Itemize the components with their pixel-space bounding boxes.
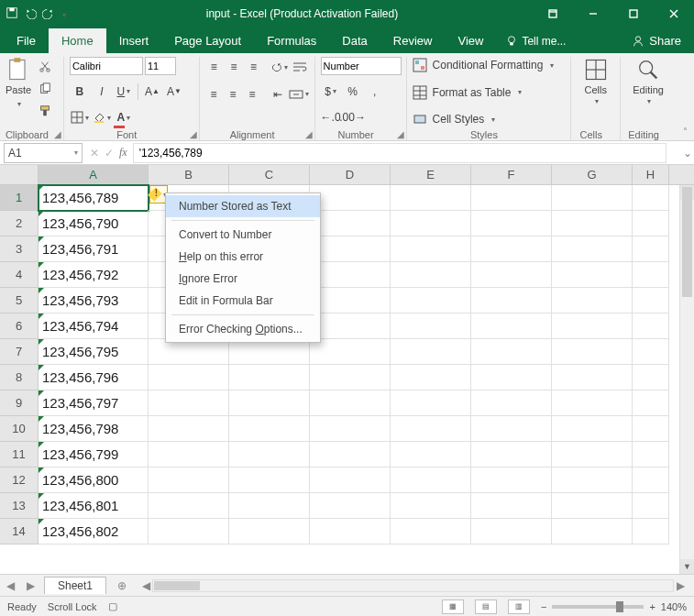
menu-number-stored-as-text[interactable]: Number Stored as Text <box>166 195 320 217</box>
sheet-nav-next[interactable]: ▶ <box>20 579 40 592</box>
cell[interactable] <box>552 236 633 262</box>
vertical-scrollbar[interactable]: ▲ ▼ <box>679 185 694 574</box>
align-top-button[interactable]: ≡ <box>205 57 224 77</box>
enter-formula-icon[interactable]: ✓ <box>105 147 114 160</box>
cell[interactable] <box>229 416 310 442</box>
zoom-in-button[interactable]: + <box>649 601 655 612</box>
cell[interactable] <box>633 519 669 544</box>
cell[interactable]: 123,456,801 <box>39 493 149 519</box>
clipboard-launcher[interactable]: ◢ <box>54 129 61 139</box>
wrap-text-button[interactable] <box>291 57 309 77</box>
cell[interactable] <box>633 185 669 211</box>
cell[interactable] <box>471 339 552 365</box>
maximize-button[interactable] <box>613 0 654 28</box>
cell-styles-button[interactable]: Cell Styles <box>413 111 566 127</box>
cell[interactable] <box>149 468 229 493</box>
cell[interactable] <box>149 442 229 468</box>
cell[interactable] <box>149 365 229 390</box>
page-break-view-button[interactable]: ▥ <box>508 600 530 614</box>
cell[interactable]: 123,456,793 <box>39 288 149 314</box>
scroll-thumb[interactable] <box>682 187 692 297</box>
percent-button[interactable]: % <box>343 82 363 102</box>
cell[interactable] <box>391 314 471 339</box>
column-header[interactable]: C <box>229 165 310 184</box>
cell[interactable] <box>149 519 229 544</box>
cell[interactable] <box>391 288 471 314</box>
cell[interactable]: 123,456,789 <box>39 185 149 211</box>
cell[interactable] <box>633 314 669 339</box>
tab-page-layout[interactable]: Page Layout <box>161 28 254 53</box>
zoom-slider[interactable] <box>552 605 644 609</box>
column-header[interactable]: B <box>149 165 229 184</box>
number-format-select[interactable] <box>321 57 402 75</box>
undo-icon[interactable] <box>24 6 37 22</box>
column-header[interactable]: D <box>310 165 391 184</box>
font-size-input[interactable] <box>145 57 176 75</box>
cell[interactable]: 123,456,800 <box>39 468 149 493</box>
format-painter-button[interactable] <box>35 101 55 121</box>
row-header[interactable]: 8 <box>0 365 39 390</box>
paste-button[interactable]: Paste <box>6 57 31 121</box>
column-header[interactable]: A <box>39 165 149 184</box>
cell[interactable] <box>149 390 229 416</box>
cell[interactable] <box>391 211 471 236</box>
cell[interactable] <box>310 365 391 390</box>
tab-review[interactable]: Review <box>380 28 446 53</box>
cell[interactable] <box>391 365 471 390</box>
column-header[interactable]: G <box>552 165 633 184</box>
format-as-table-button[interactable]: Format as Table <box>413 84 566 101</box>
cell[interactable]: 123,456,799 <box>39 442 149 468</box>
cell[interactable] <box>229 519 310 544</box>
tab-insert[interactable]: Insert <box>106 28 162 53</box>
row-header[interactable]: 5 <box>0 288 39 314</box>
cell[interactable] <box>391 468 471 493</box>
cell[interactable]: 123,456,794 <box>39 314 149 339</box>
cell[interactable] <box>471 365 552 390</box>
cell[interactable] <box>552 339 633 365</box>
redo-icon[interactable] <box>42 6 55 22</box>
cell[interactable] <box>391 390 471 416</box>
cell[interactable]: 123,456,792 <box>39 262 149 288</box>
row-header[interactable]: 12 <box>0 468 39 493</box>
conditional-formatting-button[interactable]: Conditional Formatting <box>413 57 566 73</box>
cell[interactable] <box>552 211 633 236</box>
menu-convert-to-number[interactable]: Convert to Number <box>166 224 320 246</box>
new-sheet-button[interactable]: ⊕ <box>112 579 132 592</box>
cell[interactable] <box>633 288 669 314</box>
cell[interactable] <box>310 493 391 519</box>
macro-record-icon[interactable]: ▢ <box>108 600 117 612</box>
cell[interactable] <box>310 314 391 339</box>
tab-view[interactable]: View <box>445 28 496 53</box>
cell[interactable] <box>552 416 633 442</box>
cell[interactable] <box>229 365 310 390</box>
formula-input[interactable] <box>133 143 666 163</box>
cell[interactable]: 123,456,791 <box>39 236 149 262</box>
cell[interactable] <box>471 390 552 416</box>
cell[interactable] <box>310 519 391 544</box>
cell[interactable] <box>633 468 669 493</box>
menu-ignore-error[interactable]: Ignore Error <box>166 268 320 290</box>
qat-customize-icon[interactable] <box>61 7 66 20</box>
cell[interactable] <box>552 519 633 544</box>
cell[interactable] <box>471 314 552 339</box>
cell[interactable] <box>471 442 552 468</box>
cut-button[interactable] <box>35 57 55 77</box>
cell[interactable] <box>229 493 310 519</box>
cell[interactable] <box>471 288 552 314</box>
save-icon[interactable] <box>6 6 18 22</box>
name-box[interactable]: A1 ▾ <box>4 143 83 163</box>
cell[interactable] <box>391 442 471 468</box>
insert-function-button[interactable]: fx <box>119 146 127 160</box>
orientation-button[interactable]: ⭯ <box>271 57 290 77</box>
grow-font-button[interactable]: A▲ <box>142 82 162 102</box>
row-header[interactable]: 13 <box>0 493 39 519</box>
cell[interactable] <box>552 442 633 468</box>
sheet-nav-prev[interactable]: ◀ <box>0 579 20 592</box>
cell[interactable] <box>552 262 633 288</box>
row-header[interactable]: 6 <box>0 314 39 339</box>
cell[interactable] <box>229 468 310 493</box>
cell[interactable] <box>310 288 391 314</box>
cell[interactable] <box>633 390 669 416</box>
comma-button[interactable]: , <box>365 82 385 102</box>
column-header[interactable]: H <box>633 165 669 184</box>
